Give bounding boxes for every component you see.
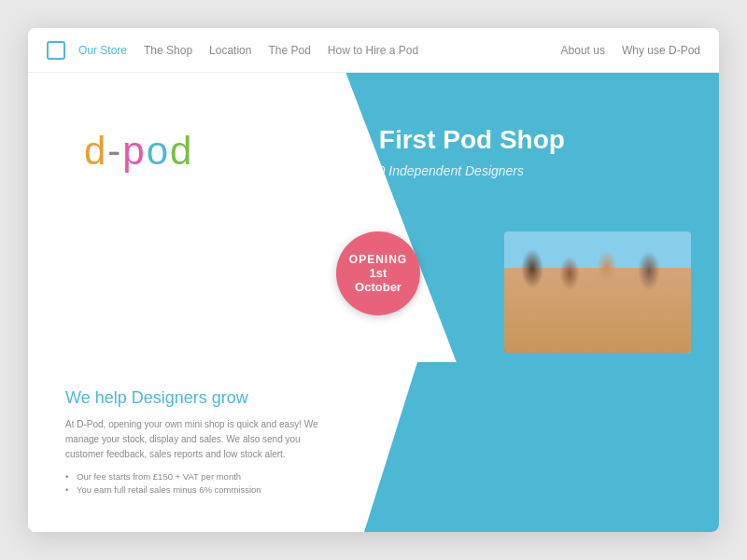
- nav-link-location[interactable]: Location: [209, 44, 251, 57]
- hero-headline: Uk's First Pod Shop: [317, 124, 565, 156]
- nav-link-the-pod[interactable]: The Pod: [268, 44, 310, 57]
- logo-d2: d: [170, 129, 193, 173]
- nav-links-right: About us Why use D-Pod: [561, 44, 700, 57]
- nav-logo-icon: [47, 41, 65, 60]
- badge-month: October: [355, 280, 402, 294]
- navbar: Our Store The Shop Location The Pod How …: [28, 28, 719, 73]
- logo-o: o: [147, 129, 170, 173]
- nav-link-our-store[interactable]: Our Store: [78, 44, 127, 57]
- team-photo: [504, 231, 691, 353]
- photo-people-overlay: [504, 231, 691, 353]
- bullet-list: Our fee starts from £150 + VAT per month…: [65, 471, 327, 495]
- nav-link-about-us[interactable]: About us: [561, 44, 605, 57]
- bottom-left: We help Designers grow At D-Pod, opening…: [28, 362, 364, 532]
- logo-d: d: [84, 129, 107, 173]
- logo-p: p: [122, 129, 146, 173]
- nav-link-how-to-hire[interactable]: How to Hire a Pod: [328, 44, 418, 57]
- nav-link-the-shop[interactable]: The Shop: [144, 44, 192, 57]
- logo-area: d-pod: [84, 129, 193, 174]
- bottom-right: [364, 362, 719, 532]
- nav-link-why-dpod[interactable]: Why use D-Pod: [622, 44, 700, 57]
- nav-links-left: Our Store The Shop Location The Pod How …: [78, 44, 561, 57]
- main-window: Our Store The Shop Location The Pod How …: [28, 28, 719, 532]
- logo-dash: -: [107, 129, 122, 173]
- hero-section: d-pod Uk's First Pod Shop Home to 70 Ind…: [28, 73, 719, 362]
- bottom-section: We help Designers grow At D-Pod, opening…: [28, 362, 719, 532]
- section-body: At D-Pod, opening your own mini shop is …: [65, 417, 327, 462]
- photo-bg: [504, 231, 691, 353]
- bullet-item-commission: You earn full retail sales minus 6% comm…: [65, 484, 327, 495]
- badge-date: 1st: [370, 266, 388, 280]
- bullet-item-fee: Our fee starts from £150 + VAT per month: [65, 471, 327, 482]
- badge-opening-label: OPENING: [349, 253, 407, 266]
- hero-text: Uk's First Pod Shop Home to 70 Independe…: [317, 124, 565, 178]
- section-title: We help Designers grow: [65, 388, 327, 408]
- hero-subheadline: Home to 70 Independent Designers: [317, 163, 565, 178]
- opening-badge: OPENING 1st October: [336, 231, 420, 315]
- logo: d-pod: [84, 129, 193, 174]
